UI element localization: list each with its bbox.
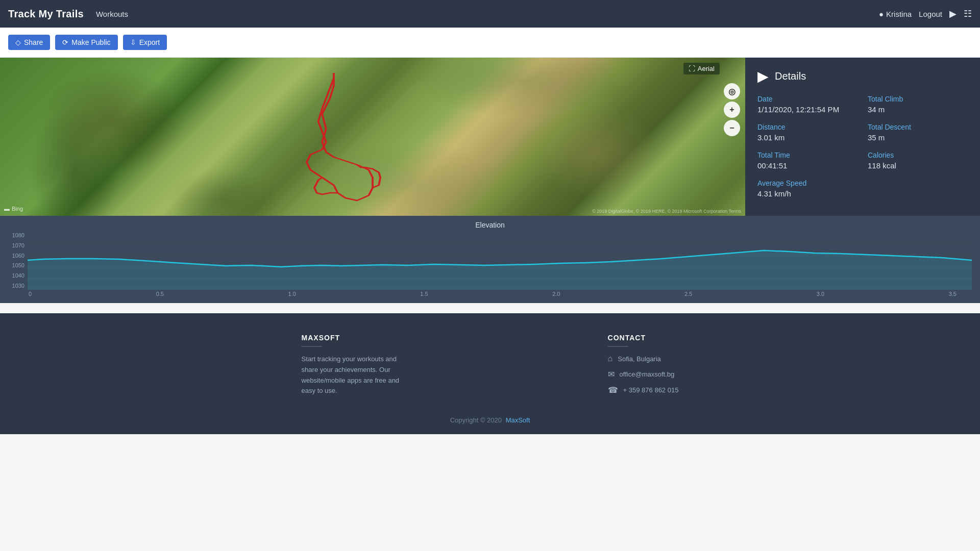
navbar: Track My Trails Workouts ● Kristina Logo… bbox=[0, 0, 980, 28]
bing-watermark: ▬ Bing bbox=[4, 206, 23, 212]
avg-speed-value: 4.31 km/h bbox=[757, 189, 857, 198]
bing-icon: ▬ bbox=[4, 206, 10, 212]
x-label-2-5: 2.5 bbox=[684, 291, 692, 297]
aerial-map-icon: ⛶ bbox=[689, 65, 695, 72]
trail-svg bbox=[0, 58, 745, 216]
aerial-label: Aerial bbox=[698, 65, 715, 72]
username-label: Kristina bbox=[886, 10, 912, 18]
footer: MAXSOFT Start tracking your workouts and… bbox=[0, 313, 980, 434]
distance-label: Distance bbox=[757, 123, 857, 131]
address-text: Sofia, Bulgaria bbox=[618, 355, 661, 363]
svg-rect-0 bbox=[0, 58, 745, 216]
calories-label: Calories bbox=[868, 151, 968, 159]
date-label: Date bbox=[757, 95, 857, 103]
user-icon: ● bbox=[879, 10, 884, 18]
logout-button[interactable]: Logout bbox=[919, 10, 942, 18]
export-icon: ⇩ bbox=[130, 38, 136, 46]
email-item: ✉ office@maxsoft.bg bbox=[608, 369, 679, 379]
map-copyright: © 2019 DigitalGlobe, © 2019 HERE, © 2019… bbox=[592, 209, 741, 214]
footer-contact: CONTACT ⌂ Sofia, Bulgaria ✉ office@maxso… bbox=[608, 334, 679, 401]
public-icon: ⟳ bbox=[62, 38, 68, 46]
details-grid: Date 1/11/2020, 12:21:54 PM Total Climb … bbox=[757, 95, 968, 198]
x-label-0: 0 bbox=[29, 291, 32, 297]
total-climb-item: Total Climb 34 m bbox=[868, 95, 968, 114]
y-label-1040: 1040 bbox=[12, 272, 24, 279]
footer-inner: MAXSOFT Start tracking your workouts and… bbox=[184, 334, 796, 401]
navbar-left: Track My Trails Workouts bbox=[8, 8, 128, 20]
phone-text: + 359 876 862 015 bbox=[623, 386, 679, 394]
map-controls: ◎ + − bbox=[724, 83, 740, 136]
date-item: Date 1/11/2020, 12:21:54 PM bbox=[757, 95, 857, 114]
maxsoft-title: MAXSOFT bbox=[302, 334, 404, 342]
chart-x-labels: 0 0.5 1.0 1.5 2.0 2.5 3.0 3.5 bbox=[8, 290, 972, 297]
address-item: ⌂ Sofia, Bulgaria bbox=[608, 354, 679, 363]
walker-icon: ▶ bbox=[757, 68, 769, 85]
footer-bottom: Copyright © 2020 MaxSoft bbox=[0, 416, 980, 424]
copyright-text: Copyright © 2020 bbox=[450, 416, 502, 424]
x-label-1-0: 1.0 bbox=[288, 291, 296, 297]
user-menu[interactable]: ● Kristina bbox=[879, 10, 912, 18]
total-descent-item: Total Descent 35 m bbox=[868, 123, 968, 142]
make-public-button[interactable]: ⟳ Make Public bbox=[55, 35, 117, 50]
brand-title: Track My Trails bbox=[8, 8, 84, 20]
total-climb-label: Total Climb bbox=[868, 95, 968, 103]
total-time-label: Total Time bbox=[757, 151, 857, 159]
main-row: ⛶ Aerial ◎ + − ▬ Bing © 2019 DigitalGlob… bbox=[0, 58, 980, 216]
details-title: Details bbox=[775, 70, 806, 82]
brand-link[interactable]: MaxSoft bbox=[506, 416, 530, 424]
recenter-button[interactable]: ◎ bbox=[724, 83, 740, 99]
share-button[interactable]: ◇ Share bbox=[8, 35, 50, 50]
action-bar: ◇ Share ⟳ Make Public ⇩ Export bbox=[0, 28, 980, 58]
maxsoft-text: Start tracking your workouts and share y… bbox=[302, 354, 404, 396]
home-icon: ⌂ bbox=[608, 354, 613, 363]
calories-value: 118 kcal bbox=[868, 161, 968, 170]
calories-item: Calories 118 kcal bbox=[868, 151, 968, 170]
y-label-1080: 1080 bbox=[12, 232, 24, 238]
total-time-item: Total Time 00:41:51 bbox=[757, 151, 857, 170]
x-label-2-0: 2.0 bbox=[552, 291, 560, 297]
y-label-1060: 1060 bbox=[12, 253, 24, 259]
y-label-1030: 1030 bbox=[12, 283, 24, 289]
avg-speed-label: Average Speed bbox=[757, 179, 857, 187]
x-label-3-0: 3.0 bbox=[817, 291, 824, 297]
distance-item: Distance 3.01 km bbox=[757, 123, 857, 142]
contact-title: CONTACT bbox=[608, 334, 679, 342]
distance-value: 3.01 km bbox=[757, 133, 857, 142]
play-icon[interactable]: ▶ bbox=[949, 8, 957, 19]
total-time-value: 00:41:51 bbox=[757, 161, 857, 170]
y-label-1050: 1050 bbox=[12, 262, 24, 268]
total-descent-value: 35 m bbox=[868, 133, 968, 142]
share-icon: ◇ bbox=[15, 38, 21, 46]
aerial-badge[interactable]: ⛶ Aerial bbox=[683, 63, 720, 74]
elevation-section: Elevation 1080 1070 1060 1050 1040 1030 … bbox=[0, 216, 980, 303]
map-container[interactable]: ⛶ Aerial ◎ + − ▬ Bing © 2019 DigitalGlob… bbox=[0, 58, 745, 216]
export-button[interactable]: ⇩ Export bbox=[123, 35, 167, 50]
navbar-right: ● Kristina Logout ▶ ☷ bbox=[879, 8, 972, 19]
elevation-title: Elevation bbox=[8, 221, 972, 229]
phone-icon: ☎ bbox=[608, 385, 618, 395]
total-climb-value: 34 m bbox=[868, 105, 968, 114]
date-value: 1/11/2020, 12:21:54 PM bbox=[757, 105, 857, 114]
grid-icon[interactable]: ☷ bbox=[964, 8, 972, 19]
elevation-chart-svg bbox=[28, 231, 972, 290]
zoom-in-button[interactable]: + bbox=[724, 102, 740, 118]
details-panel: ▶ Details Date 1/11/2020, 12:21:54 PM To… bbox=[745, 58, 980, 216]
details-header: ▶ Details bbox=[757, 68, 968, 85]
x-label-3-5: 3.5 bbox=[949, 291, 957, 297]
spacer bbox=[0, 303, 980, 313]
maxsoft-divider bbox=[302, 346, 322, 347]
zoom-out-button[interactable]: − bbox=[724, 120, 740, 136]
x-label-0-5: 0.5 bbox=[156, 291, 164, 297]
email-icon: ✉ bbox=[608, 369, 615, 379]
footer-maxsoft: MAXSOFT Start tracking your workouts and… bbox=[302, 334, 404, 401]
bing-label: Bing bbox=[12, 206, 23, 212]
y-label-1070: 1070 bbox=[12, 242, 24, 248]
email-text: office@maxsoft.bg bbox=[620, 370, 675, 378]
phone-item: ☎ + 359 876 862 015 bbox=[608, 385, 679, 395]
contact-divider bbox=[608, 346, 628, 347]
total-descent-label: Total Descent bbox=[868, 123, 968, 131]
svg-marker-7 bbox=[28, 251, 972, 290]
workouts-nav-link[interactable]: Workouts bbox=[96, 10, 128, 18]
x-label-1-5: 1.5 bbox=[420, 291, 428, 297]
avg-speed-item: Average Speed 4.31 km/h bbox=[757, 179, 857, 198]
